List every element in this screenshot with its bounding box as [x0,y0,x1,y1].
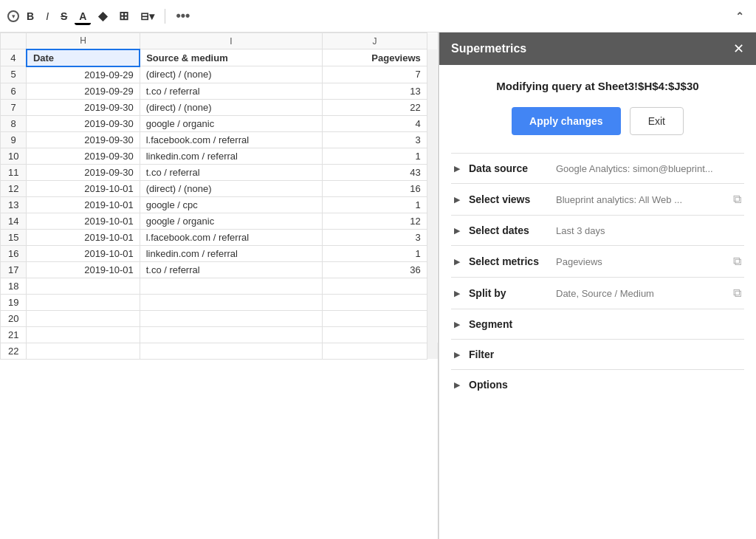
pageviews-cell[interactable]: 1 [323,196,427,213]
date-cell[interactable]: 2019-09-30 [27,115,140,131]
source-cell[interactable]: linkedin.com / referral [140,245,323,261]
scrollbar-cell [427,245,437,261]
empty-cell[interactable] [323,343,427,359]
empty-cell[interactable] [27,326,140,343]
empty-cell[interactable] [27,294,140,310]
strikethrough-button[interactable]: S [56,7,72,25]
source-cell[interactable]: (direct) / (none) [140,99,323,115]
scrollbar-cell [427,131,437,148]
border-button[interactable]: ⊞ [114,6,133,26]
row-num: 9 [1,131,27,148]
section-copy-icon[interactable]: ⧉ [733,286,741,300]
row-num: 8 [1,115,27,131]
paint-button[interactable]: ◆ [94,6,111,26]
date-cell[interactable]: 2019-09-29 [27,83,140,99]
panel-section-options[interactable]: ▶Options [451,369,744,399]
date-cell[interactable]: 2019-10-01 [27,245,140,261]
scrollbar-cell [427,49,437,66]
date-cell[interactable]: 2019-09-30 [27,131,140,148]
row-num: 20 [1,310,27,326]
empty-cell[interactable] [140,343,323,359]
source-header[interactable]: Source & medium [140,49,323,66]
apply-changes-button[interactable]: Apply changes [512,107,621,135]
panel-close-button[interactable]: ✕ [733,42,744,55]
date-cell[interactable]: 2019-09-30 [27,164,140,180]
row-num: 17 [1,261,27,278]
pageviews-cell[interactable]: 4 [323,115,427,131]
table-row: 62019-09-29t.co / referral13 [1,83,438,99]
empty-cell[interactable] [140,326,323,343]
source-cell[interactable]: t.co / referral [140,164,323,180]
panel-header: Supermetrics ✕ [439,32,756,65]
more-button[interactable]: ••• [171,5,194,27]
date-cell[interactable]: 2019-10-01 [27,261,140,278]
section-copy-icon[interactable]: ⧉ [733,255,741,268]
source-cell[interactable]: linkedin.com / referral [140,148,323,164]
collapse-button[interactable]: ⌃ [731,7,749,25]
empty-cell[interactable] [140,310,323,326]
pageviews-cell[interactable]: 13 [323,83,427,99]
pageviews-cell[interactable]: 3 [323,229,427,245]
empty-cell[interactable] [323,278,427,294]
empty-cell[interactable] [27,343,140,359]
section-arrow-icon: ▶ [454,164,463,174]
date-cell[interactable]: 2019-09-30 [27,148,140,164]
panel-title: Supermetrics [451,42,526,55]
date-cell[interactable]: 2019-10-01 [27,196,140,213]
empty-cell[interactable] [27,278,140,294]
section-arrow-icon: ▶ [454,226,463,236]
date-header[interactable]: Date [27,49,140,66]
col-h-header[interactable]: H [27,33,140,49]
source-cell[interactable]: l.facebook.com / referral [140,229,323,245]
empty-cell[interactable] [140,294,323,310]
source-cell[interactable]: l.facebook.com / referral [140,131,323,148]
panel-section-segment[interactable]: ▶Segment [451,309,744,339]
col-j-header[interactable]: J [323,33,427,49]
underline-button[interactable]: A [75,7,91,25]
date-cell[interactable]: 2019-10-01 [27,213,140,229]
source-cell[interactable]: (direct) / (none) [140,180,323,196]
date-cell[interactable]: 2019-09-30 [27,99,140,115]
empty-cell[interactable] [323,310,427,326]
pageviews-cell[interactable]: 12 [323,213,427,229]
pageviews-header[interactable]: Pageviews [323,49,427,66]
table-row: 92019-09-30l.facebook.com / referral3 [1,131,438,148]
panel-section-filter[interactable]: ▶Filter [451,339,744,369]
empty-cell[interactable] [323,326,427,343]
panel-section-data-source[interactable]: ▶Data sourceGoogle Analytics: simon@blue… [451,153,744,183]
col-i-header[interactable]: I [140,33,323,49]
pageviews-cell[interactable]: 1 [323,148,427,164]
empty-cell[interactable] [27,310,140,326]
date-cell[interactable]: 2019-10-01 [27,229,140,245]
section-value: Google Analytics: simon@blueprint... [556,163,741,174]
source-cell[interactable]: t.co / referral [140,261,323,278]
bold-button[interactable]: B [22,7,38,25]
source-cell[interactable]: google / organic [140,213,323,229]
date-cell[interactable]: 2019-09-29 [27,66,140,83]
panel-actions: Apply changes Exit [451,107,744,135]
source-cell[interactable]: t.co / referral [140,83,323,99]
source-cell[interactable]: (direct) / (none) [140,66,323,83]
row-num: 5 [1,66,27,83]
merge-button[interactable]: ⊟▾ [136,7,159,25]
pageviews-cell[interactable]: 1 [323,245,427,261]
section-copy-icon[interactable]: ⧉ [733,193,741,206]
panel-section-select-dates[interactable]: ▶Select datesLast 3 days [451,215,744,245]
pageviews-cell[interactable]: 7 [323,66,427,83]
pageviews-cell[interactable]: 22 [323,99,427,115]
date-cell[interactable]: 2019-10-01 [27,180,140,196]
empty-cell[interactable] [140,278,323,294]
italic-button[interactable]: I [41,7,53,25]
pageviews-cell[interactable]: 3 [323,131,427,148]
exit-button[interactable]: Exit [630,107,684,135]
pageviews-cell[interactable]: 36 [323,261,427,278]
panel-section-select-metrics[interactable]: ▶Select metricsPageviews⧉ [451,245,744,277]
pageviews-cell[interactable]: 16 [323,180,427,196]
pageviews-cell[interactable]: 43 [323,164,427,180]
empty-cell[interactable] [323,294,427,310]
source-cell[interactable]: google / cpc [140,196,323,213]
source-cell[interactable]: google / organic [140,115,323,131]
panel-section-select-views[interactable]: ▶Select viewsBlueprint analytics: All We… [451,183,744,215]
panel-section-split-by[interactable]: ▶Split byDate, Source / Medium⧉ [451,277,744,309]
section-label: Data source [469,162,550,174]
